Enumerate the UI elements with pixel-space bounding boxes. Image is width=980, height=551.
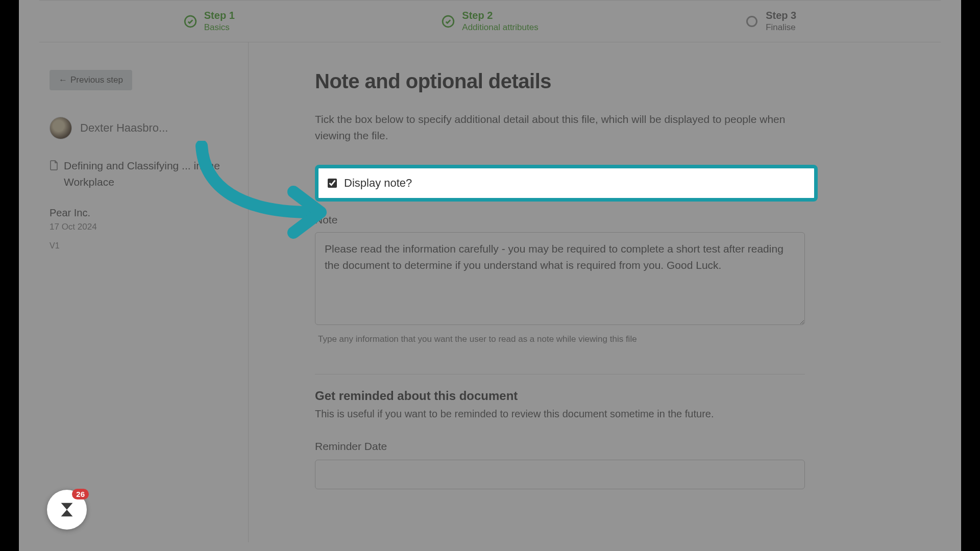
circle-open-icon — [745, 15, 758, 28]
chat-widget[interactable]: 26 — [47, 490, 88, 531]
section-divider — [315, 374, 805, 374]
file-pdf-icon — [50, 160, 59, 170]
display-note-checkbox[interactable] — [328, 179, 337, 188]
main-content: Note and optional details Tick the box b… — [249, 42, 941, 542]
step-subtitle: Finalise — [766, 22, 796, 33]
step-additional-attributes[interactable]: Step 2 Additional attributes — [442, 10, 538, 33]
user-name: Dexter Haasbro... — [80, 121, 168, 135]
reminder-section-title: Get reminded about this document — [315, 389, 895, 403]
company-name: Pear Inc. — [50, 207, 233, 219]
note-textarea[interactable] — [315, 232, 805, 325]
chat-logo-icon — [57, 500, 77, 519]
user-row: Dexter Haasbro... — [50, 117, 233, 139]
check-circle-icon — [442, 15, 455, 28]
document-title: Defining and Classifying ... in the Work… — [64, 158, 233, 190]
page-title: Note and optional details — [315, 70, 895, 93]
sidebar: ← Previous step Dexter Haasbro... Defini… — [39, 42, 249, 542]
reminder-date-input[interactable] — [315, 460, 805, 489]
intro-text: Tick the box below to specify additional… — [315, 111, 790, 143]
previous-step-button[interactable]: ← Previous step — [50, 70, 132, 90]
step-title: Step 3 — [766, 10, 796, 21]
reminder-date-label: Reminder Date — [315, 440, 895, 453]
display-note-checkbox-row[interactable]: Display note? — [315, 165, 818, 202]
step-basics[interactable]: Step 1 Basics — [184, 10, 235, 33]
step-title: Step 1 — [204, 10, 235, 21]
step-subtitle: Basics — [204, 22, 235, 33]
document-version: V1 — [50, 241, 233, 251]
arrow-left-icon: ← — [59, 75, 67, 85]
step-subtitle: Additional attributes — [462, 22, 538, 33]
reminder-section-desc: This is useful if you want to be reminde… — [315, 408, 895, 420]
app-wrapper: Step 1 Basics Step 2 Additional attribut… — [19, 0, 961, 551]
document-title-row: Defining and Classifying ... in the Work… — [50, 158, 233, 190]
step-title: Step 2 — [462, 10, 538, 21]
note-helper-text: Type any information that you want the u… — [318, 334, 895, 344]
wizard-stepper: Step 1 Basics Step 2 Additional attribut… — [39, 0, 941, 42]
previous-step-label: Previous step — [70, 75, 123, 85]
display-note-label: Display note? — [344, 177, 412, 190]
document-date: 17 Oct 2024 — [50, 222, 233, 232]
chat-notification-badge: 26 — [72, 489, 89, 499]
note-label: Note — [315, 214, 895, 226]
check-circle-icon — [184, 15, 197, 28]
avatar — [50, 117, 72, 139]
step-finalise[interactable]: Step 3 Finalise — [745, 10, 796, 33]
